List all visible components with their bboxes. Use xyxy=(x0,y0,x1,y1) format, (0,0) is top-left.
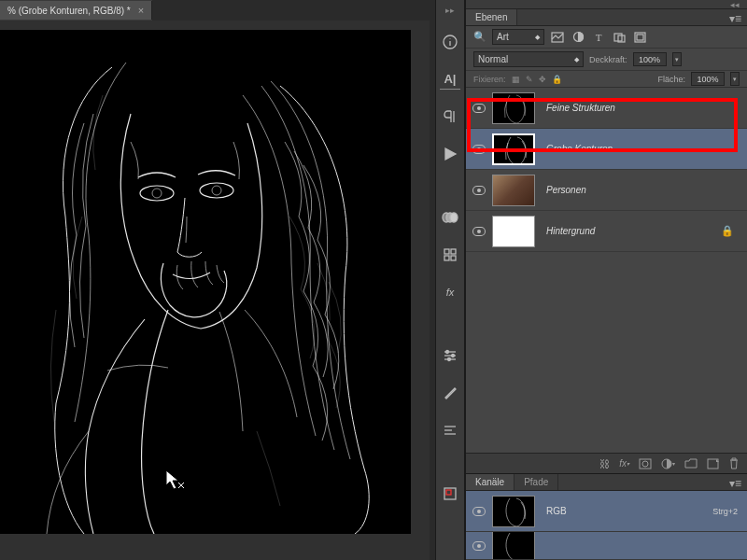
canvas-area[interactable] xyxy=(0,21,430,560)
visibility-eye-icon[interactable] xyxy=(472,507,486,516)
fx-panel-icon[interactable]: fx xyxy=(440,282,460,302)
adjustments-panel-icon[interactable] xyxy=(440,345,460,366)
panel-menu-icon[interactable]: ▾≡ xyxy=(724,12,747,25)
close-icon[interactable]: × xyxy=(138,5,144,16)
trash-icon[interactable] xyxy=(728,457,740,469)
svg-rect-14 xyxy=(451,256,456,260)
fill-value[interactable]: 100% xyxy=(691,72,725,86)
info-panel-icon[interactable] xyxy=(440,32,460,52)
channel-thumbnail[interactable] xyxy=(492,496,535,527)
document-tab[interactable]: % (Grobe Konturen, RGB/8) * × xyxy=(0,1,152,20)
collapsed-panel-strip: ▸▸ A| fx xyxy=(435,0,465,560)
filter-smart-icon[interactable] xyxy=(632,31,647,44)
lock-label: Fixieren: xyxy=(473,75,506,84)
tab-paths[interactable]: Pfade xyxy=(514,474,558,490)
new-layer-icon[interactable] xyxy=(707,458,719,469)
filter-type-icon[interactable]: T xyxy=(591,31,606,44)
filter-adjustment-icon[interactable] xyxy=(571,31,585,44)
collapse-panel-icon[interactable]: ◂◂ xyxy=(466,0,747,9)
tab-channels[interactable]: Kanäle xyxy=(466,474,514,490)
layer-thumbnail[interactable] xyxy=(492,92,535,124)
layer-mask-icon[interactable] xyxy=(639,458,652,469)
layer-name[interactable]: Feine Strukturen xyxy=(546,103,615,113)
blend-mode-select[interactable]: Normal◆ xyxy=(473,51,584,67)
panel-menu-icon[interactable]: ▾≡ xyxy=(724,477,747,490)
search-icon: 🔍 xyxy=(473,31,486,43)
visibility-eye-icon[interactable] xyxy=(472,541,486,551)
svg-point-33 xyxy=(642,461,648,467)
layer-row[interactable]: Grobe Konturen xyxy=(466,129,747,170)
layer-fx-icon[interactable]: fx▾ xyxy=(619,458,629,469)
play-panel-icon[interactable] xyxy=(440,144,460,164)
paragraph-panel-icon[interactable] xyxy=(440,106,460,127)
character-panel-icon[interactable]: A| xyxy=(440,69,460,90)
layer-thumbnail[interactable] xyxy=(492,216,535,247)
svg-rect-13 xyxy=(444,256,449,260)
layer-name[interactable]: Hintergrund xyxy=(546,226,595,236)
layer-name[interactable]: Personen xyxy=(546,185,586,195)
channel-row[interactable] xyxy=(466,532,747,560)
layers-footer: ⛓ fx▾ ▾ xyxy=(466,453,747,473)
layer-name[interactable]: Grobe Konturen xyxy=(546,144,613,154)
svg-rect-12 xyxy=(451,249,456,254)
layer-row[interactable]: Feine Strukturen xyxy=(466,88,747,129)
adjustment-layer-icon[interactable]: ▾ xyxy=(661,458,675,469)
filter-pixel-icon[interactable] xyxy=(550,31,565,44)
layers-list: Feine Strukturen Grobe Konturen Personen… xyxy=(466,88,747,252)
visibility-eye-icon[interactable] xyxy=(472,186,486,195)
lock-row: Fixieren: ▦ ✎ ✥ 🔒 Fläche: 100% ▾ xyxy=(466,71,747,88)
blend-row: Normal◆ Deckkraft: 100% ▾ xyxy=(466,49,747,71)
fill-dropdown-icon[interactable]: ▾ xyxy=(730,72,740,86)
filter-shape-icon[interactable] xyxy=(612,31,627,44)
channel-row[interactable]: RGB Strg+2 xyxy=(466,491,747,532)
svg-point-18 xyxy=(446,351,449,354)
svg-point-10 xyxy=(450,213,458,222)
link-layers-icon[interactable]: ⛓ xyxy=(599,458,610,469)
lock-all-icon[interactable]: 🔒 xyxy=(552,75,562,84)
opacity-dropdown-icon[interactable]: ▾ xyxy=(672,52,682,66)
expand-strip-icon[interactable]: ▸▸ xyxy=(436,6,464,15)
lock-transparency-icon[interactable]: ▦ xyxy=(512,75,520,84)
layer-row[interactable]: Personen xyxy=(466,170,747,211)
brush-panel-icon[interactable] xyxy=(440,383,460,403)
svg-rect-25 xyxy=(446,490,451,495)
canvas-image xyxy=(0,30,411,534)
channel-name[interactable]: RGB xyxy=(546,506,567,516)
svg-rect-0 xyxy=(0,30,411,534)
group-icon[interactable] xyxy=(684,458,698,469)
channel-shortcut: Strg+2 xyxy=(712,507,738,516)
channel-thumbnail[interactable] xyxy=(492,532,535,560)
align-panel-icon[interactable] xyxy=(440,420,460,441)
svg-point-19 xyxy=(452,355,455,357)
opacity-label: Deckkraft: xyxy=(589,55,627,64)
visibility-eye-icon[interactable] xyxy=(472,227,486,236)
svg-rect-31 xyxy=(637,35,643,40)
tab-layers[interactable]: Ebenen xyxy=(466,9,517,25)
visibility-eye-icon[interactable] xyxy=(472,104,486,113)
svg-rect-11 xyxy=(444,249,449,254)
fill-label: Fläche: xyxy=(657,75,685,84)
swatches-panel-icon[interactable] xyxy=(440,207,460,228)
document-canvas[interactable] xyxy=(0,30,411,534)
visibility-eye-icon[interactable] xyxy=(472,145,486,154)
layer-filter-row: 🔍 Art◆ T xyxy=(466,26,747,49)
layer-thumbnail[interactable] xyxy=(492,133,535,165)
lock-position-icon[interactable]: ✥ xyxy=(539,75,546,84)
navigator-panel-icon[interactable] xyxy=(440,483,460,504)
layer-row[interactable]: Hintergrund 🔒 xyxy=(466,211,747,252)
filter-type-select[interactable]: Art◆ xyxy=(492,29,544,45)
styles-panel-icon[interactable] xyxy=(440,245,460,265)
opacity-value[interactable]: 100% xyxy=(633,52,667,66)
document-tab-title: % (Grobe Konturen, RGB/8) * xyxy=(7,6,131,16)
layer-thumbnail[interactable] xyxy=(492,175,535,206)
svg-point-20 xyxy=(448,358,451,361)
lock-pixels-icon[interactable]: ✎ xyxy=(526,75,533,84)
lock-icon: 🔒 xyxy=(721,225,734,237)
